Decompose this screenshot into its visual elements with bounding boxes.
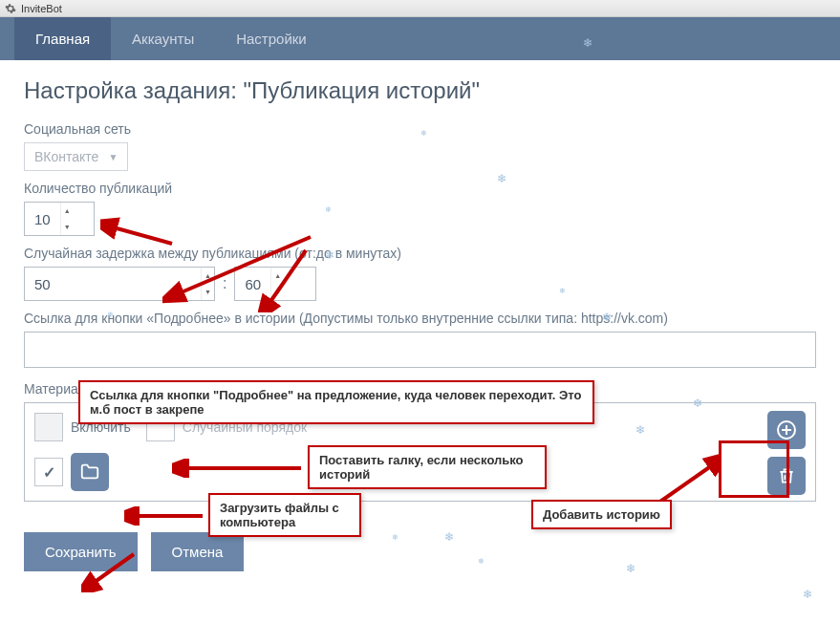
input-delay-from[interactable]: 50 ▲▼ [24,267,215,301]
snowflake-icon: ❄ [803,588,812,601]
folder-button[interactable] [71,453,109,491]
delete-story-button[interactable] [767,457,806,495]
tab-main[interactable]: Главная [14,17,111,60]
spinner-delay-from[interactable]: ▲▼ [201,268,214,300]
input-publications[interactable]: 10 ▲▼ [24,202,95,236]
spinner-publications[interactable]: ▲▼ [60,203,74,235]
page-title: Настройка задания: "Публикация историй" [24,77,816,104]
spinner-down-icon[interactable]: ▼ [61,219,74,235]
title-bar: InviteBot [0,0,840,17]
spinner-down-icon[interactable]: ▼ [271,284,284,300]
checkbox-file-enabled[interactable] [34,458,63,486]
spinner-up-icon[interactable]: ▲ [202,268,214,284]
spinner-up-icon[interactable]: ▲ [61,203,74,219]
trash-icon [777,466,796,485]
folder-icon [79,462,100,483]
plus-circle-icon [775,419,798,441]
delay-to-value: 60 [235,268,270,300]
publications-value: 10 [25,203,60,235]
annotation-add: Добавить историю [531,500,672,529]
label-delay: Случайная задержка между публикациями (о… [24,246,816,261]
input-delay-to[interactable]: 60 ▲▼ [234,267,316,301]
select-social-value: ВКонтакте [34,149,98,164]
tab-accounts[interactable]: Аккаунты [111,17,215,60]
nav-tabs: Главная Аккаунты Настройки [0,17,840,60]
add-story-button[interactable] [767,411,806,449]
chevron-down-icon: ▼ [108,152,118,162]
checkbox-include[interactable] [34,413,63,441]
spinner-down-icon[interactable]: ▼ [202,284,214,300]
tab-settings[interactable]: Настройки [215,17,328,60]
save-button[interactable]: Сохранить [24,532,138,571]
spinner-delay-to[interactable]: ▲▼ [270,268,284,300]
label-link: Ссылка для кнопки «Подробнее» в истории … [24,311,816,326]
app-name: InviteBot [21,3,62,14]
label-social: Социальная сеть [24,121,816,137]
delay-from-value: 50 [25,268,201,300]
delay-separator: : [223,275,226,292]
select-social[interactable]: ВКонтакте ▼ [24,142,128,171]
annotation-upload: Загрузить файлы с компьютера [208,493,361,537]
cancel-button[interactable]: Отмена [151,532,245,571]
gear-icon [4,2,17,15]
spinner-up-icon[interactable]: ▲ [271,268,284,284]
annotation-link: Ссылка для кнопки "Подробнее" на предлож… [78,380,594,424]
input-link[interactable] [24,332,816,368]
annotation-checkbox: Поставить галку, если несколько историй [308,445,547,489]
label-publications: Количество публикаций [24,181,816,196]
